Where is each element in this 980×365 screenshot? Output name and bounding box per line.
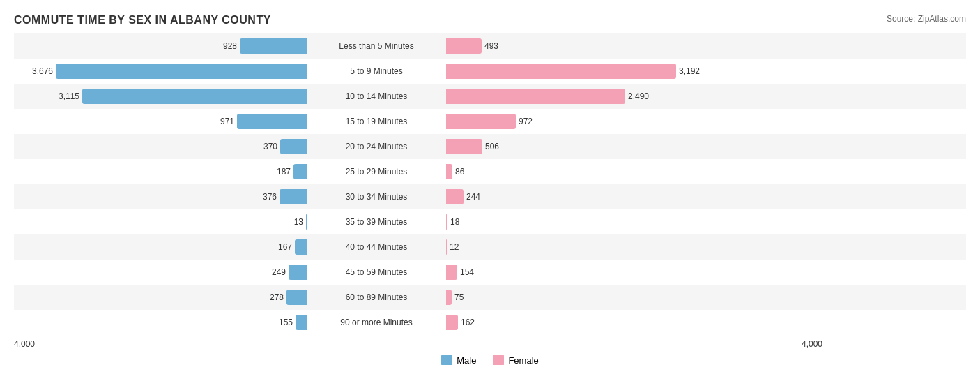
row-label: 5 to 9 Minutes [307, 66, 446, 76]
row-label: 10 to 14 Minutes [307, 91, 446, 101]
male-value: 971 [195, 117, 237, 126]
row-label: 45 to 59 Minutes [307, 267, 446, 277]
table-row: 155 90 or more Minutes 162 [14, 310, 966, 335]
row-label: 60 to 89 Minutes [307, 292, 446, 302]
table-row: 971 15 to 19 Minutes 972 [14, 109, 966, 134]
right-bar-container: 12 [446, 239, 739, 255]
female-bar [446, 139, 482, 154]
axis-right-max: 4,000 [802, 339, 822, 349]
legend-male: Male [441, 355, 476, 365]
table-row: 187 25 to 29 Minutes 86 [14, 159, 966, 184]
legend-female: Female [493, 355, 538, 365]
female-value: 12 [447, 242, 489, 252]
male-bar [280, 139, 307, 154]
female-value: 244 [464, 192, 505, 202]
chart-area: 928 Less than 5 Minutes 493 3,676 5 to 9… [14, 33, 966, 335]
table-row: 167 40 to 44 Minutes 12 [14, 234, 966, 260]
male-value: 928 [198, 41, 240, 51]
male-bar [286, 290, 307, 305]
left-bar-container: 3,115 [14, 89, 307, 104]
left-bar-container: 928 [14, 38, 307, 54]
female-bar [446, 114, 516, 129]
row-label: 20 to 24 Minutes [307, 142, 446, 151]
left-bar-container: 3,676 [14, 64, 307, 79]
female-value: 86 [452, 167, 494, 177]
male-bar [295, 239, 307, 255]
row-label: 15 to 19 Minutes [307, 117, 446, 126]
right-bar-container: 86 [446, 164, 739, 179]
male-value: 13 [264, 217, 306, 227]
left-bar-container: 370 [14, 139, 307, 154]
right-bar-container: 2,490 [446, 89, 739, 104]
female-bar [446, 89, 625, 104]
table-row: 370 20 to 24 Minutes 506 [14, 134, 966, 159]
left-bar-container: 187 [14, 164, 307, 179]
male-value: 370 [238, 142, 280, 151]
male-value: 3,676 [14, 66, 56, 76]
row-label: 25 to 29 Minutes [307, 167, 446, 177]
right-bar-container: 3,192 [446, 64, 739, 79]
right-bar-container: 18 [446, 214, 739, 230]
axis-row: 4,000 4,000 [14, 339, 966, 349]
left-bar-container: 376 [14, 189, 307, 204]
source-label: Source: ZipAtlas.com [887, 14, 966, 24]
female-bar [446, 64, 676, 79]
left-bar-container: 249 [14, 265, 307, 280]
female-value: 972 [516, 117, 558, 126]
table-row: 928 Less than 5 Minutes 493 [14, 33, 966, 59]
female-value: 18 [447, 217, 489, 227]
female-bar [446, 265, 457, 280]
left-bar-container: 278 [14, 290, 307, 305]
female-value: 75 [452, 292, 493, 302]
legend-female-label: Female [508, 355, 538, 366]
chart-title: COMMUTE TIME BY SEX IN ALBANY COUNTY [14, 14, 966, 27]
row-label: 40 to 44 Minutes [307, 242, 446, 252]
legend-male-icon [441, 355, 452, 365]
male-value: 3,115 [40, 91, 82, 101]
female-value: 154 [457, 267, 499, 277]
male-value: 249 [247, 267, 289, 277]
male-value: 278 [245, 292, 286, 302]
right-bar-container: 244 [446, 189, 739, 204]
right-bar-container: 972 [446, 114, 739, 129]
left-bar-container: 13 [14, 214, 307, 230]
row-label: Less than 5 Minutes [307, 41, 446, 51]
left-bar-container: 167 [14, 239, 307, 255]
right-bar-container: 75 [446, 290, 739, 305]
table-row: 249 45 to 59 Minutes 154 [14, 260, 966, 285]
table-row: 278 60 to 89 Minutes 75 [14, 285, 966, 310]
table-row: 3,676 5 to 9 Minutes 3,192 [14, 59, 966, 84]
female-value: 2,490 [625, 91, 667, 101]
right-bar-container: 493 [446, 38, 739, 54]
female-bar [446, 164, 452, 179]
female-bar [446, 189, 464, 204]
right-bar-container: 506 [446, 139, 739, 154]
male-value: 376 [238, 192, 280, 202]
female-value: 493 [482, 41, 523, 51]
male-value: 167 [253, 242, 295, 252]
male-bar [280, 189, 307, 204]
right-bar-container: 154 [446, 265, 739, 280]
male-value: 155 [254, 318, 296, 327]
row-label: 35 to 39 Minutes [307, 217, 446, 227]
female-bar [446, 315, 458, 330]
table-row: 13 35 to 39 Minutes 18 [14, 209, 966, 234]
male-bar [289, 265, 307, 280]
legend-female-icon [493, 355, 504, 365]
left-bar-container: 971 [14, 114, 307, 129]
row-label: 30 to 34 Minutes [307, 192, 446, 202]
male-bar [240, 38, 307, 54]
male-bar [56, 64, 307, 79]
axis-left-min: 4,000 [14, 339, 35, 349]
right-bar-container: 162 [446, 315, 739, 330]
male-bar [237, 114, 307, 129]
female-bar [446, 290, 452, 305]
female-value: 162 [458, 318, 500, 327]
female-value: 506 [482, 142, 524, 151]
table-row: 376 30 to 34 Minutes 244 [14, 184, 966, 209]
male-bar [296, 315, 307, 330]
male-bar [293, 164, 307, 179]
male-value: 187 [252, 167, 293, 177]
row-label: 90 or more Minutes [307, 318, 446, 327]
female-bar [446, 38, 482, 54]
